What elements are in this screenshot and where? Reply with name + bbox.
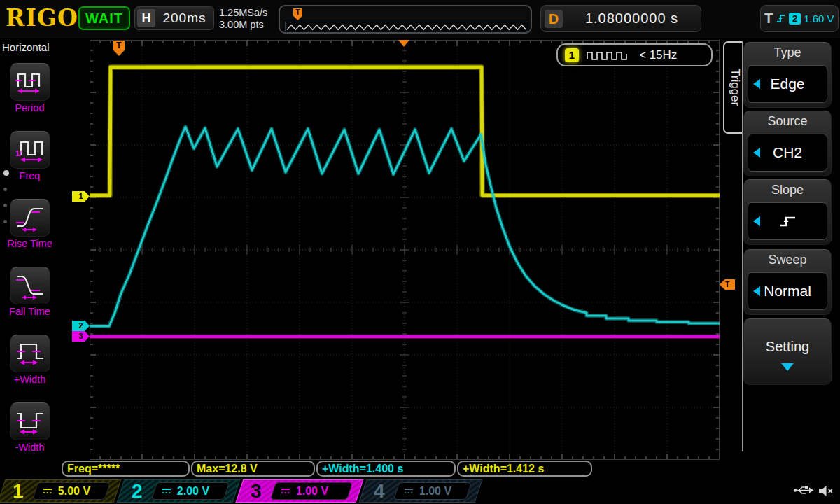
left-arrow-icon <box>753 148 760 158</box>
scroll-dot <box>4 188 7 191</box>
type-value-edge[interactable]: Edge <box>748 65 827 103</box>
trigger-slope-section[interactable]: Slope <box>743 179 832 245</box>
source-value-ch2[interactable]: CH2 <box>748 134 827 172</box>
source-label: Source <box>744 114 831 129</box>
sweep-label: Sweep <box>744 253 831 267</box>
memory-depth: 3.00M pts <box>219 19 267 31</box>
measure-neg-width-button[interactable]: -Width <box>0 402 59 453</box>
trigger-type-section[interactable]: Type Edge <box>743 42 832 108</box>
trigger-source-indicator: 1 <box>565 48 579 62</box>
measure-fall-time-button[interactable]: Fall Time <box>0 267 59 317</box>
trigger-source-section[interactable]: Source CH2 <box>743 111 832 176</box>
channel2-scale-box: 2.00 V <box>151 482 230 500</box>
horizontal-timebase-box[interactable]: H 200ms <box>134 6 214 30</box>
trigger-setting-button[interactable]: Setting <box>743 318 832 385</box>
trigger-position-flag-small: T <box>293 8 302 20</box>
measure-rise-time-button[interactable]: Rise Time <box>0 199 59 249</box>
channel1-number: 1 <box>13 479 24 503</box>
measure-rise-time-label: Rise Time <box>0 238 59 249</box>
freq-icon: 1/ <box>10 131 50 169</box>
left-arrow-icon <box>753 79 760 89</box>
slope-label: Slope <box>744 183 831 197</box>
slope-value-rising[interactable] <box>748 202 827 240</box>
svg-text:1/: 1/ <box>15 149 22 158</box>
channel2-ground-marker[interactable]: 2 <box>72 321 90 331</box>
channel4-scale-box: 1.00 V <box>393 482 472 500</box>
h-label: H <box>137 9 155 27</box>
trigger-menu: Trigger Type Edge Source CH2 Slope <box>721 38 840 462</box>
usb-icon <box>792 484 815 496</box>
plus-width-icon <box>10 335 50 372</box>
top-bar: RIGOL WAIT H 200ms 1.25MSa/s 3.00M pts T… <box>0 0 840 38</box>
chevron-down-icon <box>781 363 794 371</box>
measurement-pos-width-ch1[interactable]: +Width=1.412 s <box>457 461 592 477</box>
preview-wave-icon <box>287 25 526 30</box>
rise-time-icon <box>10 199 50 237</box>
channel2-number: 2 <box>132 479 143 503</box>
channel4-status[interactable]: 4 1.00 V <box>363 479 479 503</box>
channel3-ground-marker[interactable]: 3 <box>72 331 90 342</box>
dc-coupling-icon <box>281 488 290 494</box>
trigger-frequency-box: 1 < 15Hz <box>556 43 713 66</box>
delay-readout[interactable]: D 1.08000000 s <box>540 5 701 32</box>
t-label: T <box>764 10 773 27</box>
channel3-status-selected[interactable]: 3 1.00 V <box>239 479 360 503</box>
channel2-status[interactable]: 2 2.00 V <box>120 479 237 503</box>
measurement-max[interactable]: Max=12.8 V <box>191 461 315 477</box>
d-label: D <box>545 10 563 28</box>
speaker-muted-icon[interactable] <box>818 484 834 498</box>
minus-width-icon <box>10 402 50 440</box>
scope-display: 1 < 15Hz T T 1 2 3 <box>90 40 720 460</box>
timebase-value: 200ms <box>155 10 214 26</box>
sidebar-title: Horizontal <box>2 41 50 53</box>
trigger-source-badge: 2 <box>789 13 801 24</box>
channel3-scale-box: 1.00 V <box>270 482 353 500</box>
sample-rate: 1.25MSa/s <box>219 7 267 19</box>
channel4-number: 4 <box>374 479 385 503</box>
oscilloscope-screen: RIGOL WAIT H 200ms 1.25MSa/s 3.00M pts T… <box>0 0 840 504</box>
measure-neg-width-label: -Width <box>0 442 59 453</box>
type-label: Type <box>744 46 831 60</box>
trigger-level-value: 1.60 V <box>804 13 834 24</box>
rising-edge-icon <box>776 13 786 24</box>
dc-coupling-icon <box>162 488 172 494</box>
pulse-train-icon <box>586 49 632 62</box>
graticule <box>90 40 720 460</box>
channel3-number: 3 <box>251 479 262 503</box>
channel1-ground-marker[interactable]: 1 <box>72 191 90 202</box>
measure-pos-width-label: +Width <box>0 374 59 385</box>
channel3-scale: 1.00 V <box>296 485 328 498</box>
measure-freq-label: Freq <box>0 170 59 181</box>
measure-pos-width-button[interactable]: +Width <box>0 335 59 385</box>
measure-period-label: Period <box>0 102 59 113</box>
left-arrow-icon <box>753 216 760 226</box>
trigger-readout[interactable]: T 2 1.60 V <box>760 5 839 32</box>
sweep-value-normal[interactable]: Normal <box>748 272 827 310</box>
menu-tab-trigger: Trigger <box>723 41 742 134</box>
channel-status-bar: 1 5.00 V 2 2.00 V 3 1.00 V 4 <box>0 478 840 504</box>
dc-coupling-icon <box>404 488 414 494</box>
setting-label: Setting <box>744 339 831 355</box>
left-arrow-icon <box>753 286 760 296</box>
fall-time-icon <box>10 267 50 304</box>
measure-period-button[interactable]: Period <box>0 63 59 113</box>
channel2-scale: 2.00 V <box>177 485 209 498</box>
channel4-scale: 1.00 V <box>419 485 451 498</box>
measure-fall-time-label: Fall Time <box>0 306 59 317</box>
trigger-sweep-section[interactable]: Sweep Normal <box>743 249 832 315</box>
measurement-pos-width-ch2[interactable]: +Width=1.400 s <box>316 461 456 477</box>
record-strip <box>285 22 528 31</box>
waveform-preview[interactable]: T <box>279 5 532 34</box>
rising-edge-slope-icon <box>778 214 797 229</box>
channel1-status[interactable]: 1 5.00 V <box>1 479 118 503</box>
channel1-scale-box: 5.00 V <box>32 482 111 500</box>
channel1-scale: 5.00 V <box>58 485 90 498</box>
acquisition-readout: 1.25MSa/s 3.00M pts <box>219 7 267 31</box>
period-icon <box>10 63 50 101</box>
run-status-badge[interactable]: WAIT <box>78 6 130 30</box>
trigger-frequency-value: < 15Hz <box>639 48 677 62</box>
measurement-freq[interactable]: Freq=***** <box>62 461 190 477</box>
dc-coupling-icon <box>43 488 52 494</box>
delay-value: 1.08000000 s <box>563 10 701 27</box>
measure-freq-button[interactable]: 1/ Freq <box>0 131 59 181</box>
